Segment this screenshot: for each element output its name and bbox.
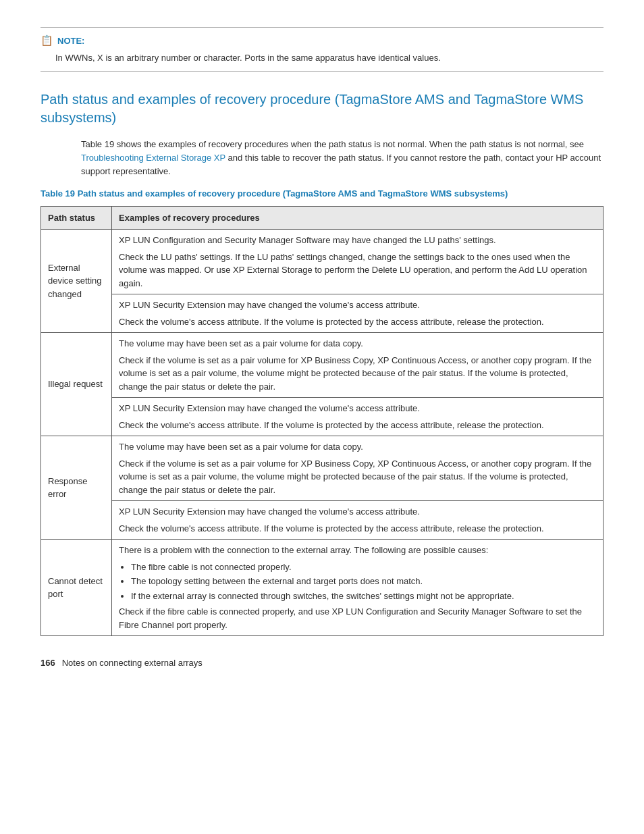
recovery-paragraph: The volume may have been set as a pair v… (119, 337, 596, 350)
path-status-cell: Cannot detect port (41, 540, 112, 636)
table-row: Cannot detect portThere is a problem wit… (41, 540, 603, 636)
recovery-cell: There is a problem with the connection t… (112, 540, 603, 636)
recovery-paragraph: Check the volume's access attribute. If … (119, 522, 596, 536)
note-body: In WWNs, X is an arbitrary number or cha… (55, 51, 603, 65)
col-header-examples: Examples of recovery procedures (112, 206, 603, 230)
recovery-cell: The volume may have been set as a pair v… (112, 436, 603, 501)
recovery-paragraph: XP LUN Security Extension may have chang… (119, 402, 596, 415)
intro-middle: shows the examples of recovery procedure… (114, 139, 584, 149)
page-number: 166 (41, 656, 55, 670)
note-icon: 📋 (41, 33, 53, 49)
recovery-intro: There is a problem with the connection t… (119, 544, 596, 557)
recovery-cell: XP LUN Security Extension may have chang… (112, 294, 603, 333)
recovery-paragraph: Check if the volume is set as a pair vol… (119, 457, 596, 497)
list-item: The topology setting between the externa… (131, 575, 596, 588)
recovery-table: Path status Examples of recovery procedu… (41, 206, 603, 637)
path-status-cell: Response error (41, 436, 112, 540)
recovery-list: The fibre cable is not connected properl… (131, 561, 596, 603)
table-ref: Table 19 (81, 139, 114, 149)
note-box: 📋 NOTE: In WWNs, X is an arbitrary numbe… (41, 33, 603, 64)
recovery-paragraph: XP LUN Configuration and Security Manage… (119, 234, 596, 247)
table-row: Illegal requestThe volume may have been … (41, 333, 603, 398)
note-title: NOTE: (57, 34, 84, 48)
section-title: Path status and examples of recovery pro… (41, 90, 603, 127)
recovery-cell: The volume may have been set as a pair v… (112, 333, 603, 398)
recovery-cell: XP LUN Configuration and Security Manage… (112, 230, 603, 294)
list-item: The fibre cable is not connected properl… (131, 561, 596, 574)
page-footer: 166 Notes on connecting external arrays (41, 656, 603, 670)
footer-label: Notes on connecting external arrays (62, 656, 203, 670)
recovery-paragraph: Check the volume's access attribute. If … (119, 419, 596, 432)
recovery-conclusion: Check if the fibre cable is connected pr… (119, 605, 596, 631)
top-horizontal-rule (41, 27, 603, 28)
bottom-horizontal-rule (41, 71, 603, 72)
table-row: XP LUN Security Extension may have chang… (41, 294, 603, 333)
table-row: External device setting changedXP LUN Co… (41, 230, 603, 294)
table-caption: Table 19 Path status and examples of rec… (41, 188, 603, 200)
troubleshooting-link[interactable]: Troubleshooting External Storage XP (81, 153, 225, 163)
recovery-paragraph: Check if the volume is set as a pair vol… (119, 354, 596, 394)
recovery-paragraph: XP LUN Security Extension may have chang… (119, 505, 596, 519)
recovery-paragraph: Check the volume's access attribute. If … (119, 315, 596, 329)
intro-paragraph: Table 19 shows the examples of recovery … (81, 138, 603, 178)
table-row: XP LUN Security Extension may have chang… (41, 398, 603, 436)
list-item: If the external array is connected throu… (131, 590, 596, 603)
col-header-path-status: Path status (41, 206, 112, 230)
recovery-paragraph: Check the LU paths' settings. If the LU … (119, 251, 596, 290)
recovery-paragraph: The volume may have been set as a pair v… (119, 440, 596, 454)
recovery-cell: XP LUN Security Extension may have chang… (112, 501, 603, 540)
table-row: Response errorThe volume may have been s… (41, 436, 603, 501)
path-status-cell: External device setting changed (41, 230, 112, 333)
recovery-paragraph: XP LUN Security Extension may have chang… (119, 298, 596, 312)
note-label: 📋 NOTE: (41, 33, 603, 49)
path-status-cell: Illegal request (41, 333, 112, 436)
recovery-cell: XP LUN Security Extension may have chang… (112, 398, 603, 436)
table-row: XP LUN Security Extension may have chang… (41, 501, 603, 540)
table-header-row: Path status Examples of recovery procedu… (41, 206, 603, 230)
